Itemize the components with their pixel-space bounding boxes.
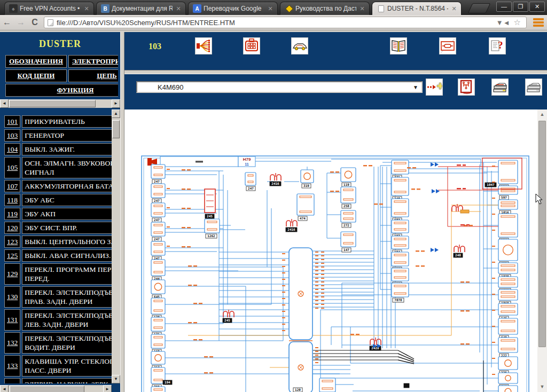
books-grey-icon[interactable] [525, 79, 542, 96]
sidebar-top-hscrollbar[interactable]: ◄ ► [0, 99, 120, 108]
sidebar-vscrollbar[interactable]: ▲ ▼ [112, 109, 120, 383]
book-icon[interactable] [390, 37, 407, 54]
component-code-link[interactable]: 125 [4, 249, 20, 262]
nav-toolbar: ← → C file:///D:/Авто/VISU%20Schemy/RUS/… [0, 15, 547, 30]
minimize-button[interactable]: — [496, 2, 512, 12]
svg-text:248: 248 [455, 253, 461, 257]
help-icon[interactable] [489, 37, 506, 54]
address-bar[interactable]: file:///D:/Авто/VISU%20Schemy/RUS/HTM/EN… [44, 17, 527, 28]
component-row: 134ЭЛПРИВ. НАРУЖН. ЗЕРК. ЗВИДА [4, 378, 112, 383]
selected-code-label: 103 [149, 42, 161, 51]
browser-tab[interactable]: DUSTER - N.T.8564 - ...✕ [372, 2, 462, 15]
sidebar-bottom-hscrollbar[interactable]: ◄ ► [0, 385, 112, 392]
menu-cep[interactable]: ЦЕПЬ [68, 69, 118, 82]
menu-funkciya[interactable]: ФУНКЦИЯ [5, 84, 118, 97]
svg-text:245: 245 [224, 318, 230, 322]
component-code-link[interactable]: 132 [4, 332, 20, 354]
component-name: КЛАВИША УПР. СТЕКЛОППАСС. ДВЕРИ [22, 355, 112, 377]
svg-text:194: 194 [165, 380, 170, 384]
bookmark-star-icon[interactable]: ☆ [514, 18, 521, 27]
window-controls: —❐✕ [496, 2, 545, 12]
books-color-icon[interactable] [491, 79, 509, 96]
add-schema-icon[interactable] [426, 79, 443, 96]
svg-text:120: 120 [295, 388, 301, 391]
component-code-link[interactable]: 130 [4, 286, 20, 308]
browser-tab[interactable]: ВДокументация для Ren✕ [96, 2, 186, 15]
component-name: ВЫКЛ. АВАР. СИГНАЛИЗ. [22, 249, 112, 262]
component-row: 107АККУМУЛЯТОРНАЯ БАТА [4, 180, 112, 192]
svg-text:1262: 1262 [207, 234, 215, 238]
component-row: 105ОСН. ЭЛМАГН. ЗВУКОВОЙСИГНАЛ [4, 157, 112, 178]
new-tab-button[interactable] [468, 3, 491, 13]
component-code-link[interactable]: 129 [4, 263, 20, 285]
component-name: АККУМУЛЯТОРНАЯ БАТА [22, 180, 112, 192]
menu-elektropribory[interactable]: ЭЛЕКТРОПРИБОРЫ [68, 55, 118, 68]
component-code-link[interactable]: 131 [4, 309, 20, 331]
component-name: ЭБУ АКП [22, 208, 112, 220]
svg-text:7078: 7078 [394, 298, 402, 302]
component-code-link[interactable]: 134 [4, 378, 20, 383]
component-row: 132ПЕРЕКЛ. ЭЛСТЕКЛПОДЪЕМВОДИТ. ДВЕРИ [4, 332, 112, 354]
tab-bar: ♠Free VPN Accounts • 100✕ВДокументация д… [0, 0, 547, 15]
component-code-link[interactable]: 118 [4, 194, 20, 206]
page-content: DUSTER ОБОЗНАЧЕНИЯ ЭЛЕКТРОПРИБОРЫ КОД ЦЕ… [0, 30, 547, 392]
back-button[interactable]: ← [0, 18, 14, 27]
tab-title: Документация для Ren [112, 5, 173, 12]
harness-icon[interactable] [195, 37, 212, 54]
page-icon [48, 19, 53, 26]
tab-close-icon[interactable]: ✕ [450, 5, 458, 12]
component-row: 120ЭБУ СИСТ. ВПР. [4, 222, 112, 234]
red-book-icon[interactable] [458, 79, 475, 96]
frame-divider[interactable] [120, 32, 124, 392]
maximize-button[interactable]: ❐ [513, 2, 528, 12]
component-code-link[interactable]: 105 [4, 157, 20, 178]
tab-close-icon[interactable]: ✕ [175, 5, 182, 12]
svg-text:247: 247 [154, 199, 160, 202]
svg-text:247: 247 [248, 186, 254, 190]
forward-button[interactable]: → [14, 18, 28, 27]
menu-obosnacheniya[interactable]: ОБОЗНАЧЕНИЯ [5, 55, 67, 68]
car-icon[interactable] [291, 37, 308, 54]
menu-kod-cepi[interactable]: КОД ЦЕПИ [5, 69, 67, 82]
extension-icon[interactable]: ▼◄ [496, 19, 510, 27]
browser-tab[interactable]: ♠Free VPN Accounts • 100✕ [4, 2, 94, 15]
component-code-link[interactable]: 119 [4, 208, 20, 220]
tab-title: DUSTER - N.T.8564 - ... [387, 5, 448, 12]
main-frame: 103 K4M690 ▼ H79112472472472472472446451… [124, 32, 547, 392]
diagram-vscrollbar[interactable]: ▲ ▼ [537, 109, 547, 392]
component-name: ОСН. ЭЛМАГН. ЗВУКОВОЙСИГНАЛ [22, 157, 112, 178]
component-name: ПЕРЕКЛ. ЭЛСТЕКЛПОДЪЕМВОДИТ. ДВЕРИ [22, 332, 112, 354]
url-text[interactable]: file:///D:/Авто/VISU%20Schemy/RUS/HTM/EN… [57, 19, 235, 27]
reload-button[interactable]: C [28, 18, 42, 27]
component-row: 131ПЕРЕКЛ. ЭЛСТЕКЛПОДЪЕМЛЕВ. ЗАДН. ДВЕРИ [4, 309, 112, 331]
component-code-link[interactable]: 133 [4, 355, 20, 377]
tab-close-icon[interactable]: ✕ [358, 5, 366, 12]
fuse-icon[interactable] [439, 37, 456, 54]
tab-close-icon[interactable]: ✕ [83, 5, 90, 12]
component-name: ВЫКЛ. ЗАЖИГ. [22, 143, 112, 155]
svg-text:1047: 1047 [487, 183, 495, 186]
component-name: ЭБУ АБС [22, 194, 112, 206]
engine-select[interactable]: K4M690 ▼ [136, 81, 423, 93]
component-code-link[interactable]: 101 [4, 115, 20, 128]
component-code-link[interactable]: 103 [4, 129, 20, 142]
tab-close-icon[interactable]: ✕ [267, 5, 274, 12]
tab-title: Free VPN Accounts • 100 [20, 5, 81, 12]
component-code-link[interactable]: 107 [4, 180, 20, 192]
component-row: 125ВЫКЛ. АВАР. СИГНАЛИЗ. [4, 249, 112, 262]
wiring-diagram[interactable]: H791124724724724724724464513013116821376… [124, 109, 537, 392]
svg-text:258: 258 [343, 204, 349, 208]
connector-icon[interactable] [243, 37, 260, 54]
component-row: 101ПРИКУРИВАТЕЛЬ [4, 115, 112, 128]
component-code-link[interactable]: 123 [4, 236, 20, 248]
browser-tab[interactable]: Руководства по Дастер✕ [280, 2, 370, 15]
component-code-link[interactable]: 104 [4, 143, 20, 155]
browser-tab[interactable]: AПереводчик Google✕ [188, 2, 278, 15]
svg-text:319: 319 [303, 184, 309, 187]
component-row: 118ЭБУ АБС [4, 194, 112, 206]
close-button[interactable]: ✕ [529, 2, 545, 12]
component-code-link[interactable]: 120 [4, 222, 20, 234]
browser-window: ♠Free VPN Accounts • 100✕ВДокументация д… [0, 0, 547, 392]
browser-menu-icon[interactable] [533, 18, 544, 27]
tab-title: Переводчик Google [204, 5, 264, 12]
